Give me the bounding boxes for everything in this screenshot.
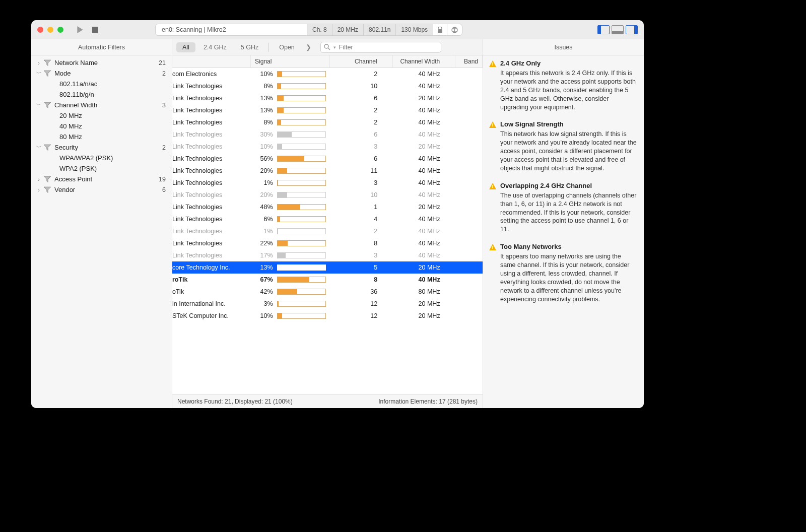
table-row[interactable]: Link Technologies8%1040 MHz: [172, 80, 483, 92]
issue-item[interactable]: Too Many NetworksIt appears too many net…: [489, 243, 638, 303]
column-header[interactable]: Band: [455, 55, 483, 68]
warning-icon: [489, 183, 496, 189]
sidebar-group[interactable]: ›Vendor6: [31, 184, 172, 195]
column-header[interactable]: Signal: [251, 55, 330, 68]
cell-channel: 4: [330, 213, 392, 225]
sidebar-item[interactable]: WPA/WPA2 (PSK): [31, 153, 172, 163]
sidebar-item[interactable]: 80 MHz: [31, 131, 172, 142]
table-row[interactable]: Link Technologies13%240 MHz: [172, 104, 483, 116]
sidebar-group[interactable]: ﹀Security2: [31, 142, 172, 153]
disclosure-icon[interactable]: ›: [35, 187, 42, 193]
table-row[interactable]: oTik42%3680 MHz: [172, 286, 483, 298]
table-row[interactable]: STeK Computer Inc.10%1220 MHz: [172, 310, 483, 322]
cell-width: 40 MHz: [392, 128, 455, 141]
cell-vendor: Link Technologies: [172, 165, 251, 177]
cell-signal: 13%: [251, 261, 330, 274]
issues-header: Issues: [483, 39, 644, 55]
table-row[interactable]: Link Technologies8%240 MHz: [172, 116, 483, 128]
column-header[interactable]: Channel Width: [392, 55, 455, 68]
warning-icon: [489, 121, 496, 128]
play-icon[interactable]: [75, 24, 86, 35]
cell-signal: 13%: [251, 92, 330, 104]
close-window-button[interactable]: [37, 27, 43, 33]
sidebar: Automatic Filters ›Network Name21﹀Mode28…: [31, 39, 172, 408]
minimize-window-button[interactable]: [47, 27, 53, 33]
search-field[interactable]: [339, 44, 438, 51]
sidebar-item[interactable]: WPA2 (PSK): [31, 163, 172, 174]
stop-icon[interactable]: [90, 24, 101, 35]
table-row[interactable]: Link Technologies30%640 MHz: [172, 128, 483, 141]
sidebar-group[interactable]: ›Access Point19: [31, 174, 172, 184]
toggle-left-panel-button[interactable]: [597, 25, 610, 34]
issue-item[interactable]: Low Signal StrengthThis network has low …: [489, 120, 638, 172]
table-row[interactable]: Link Technologies48%120 MHz: [172, 201, 483, 213]
sidebar-item[interactable]: 802.11b/g/n: [31, 89, 172, 100]
filter-tab[interactable]: 2.4 GHz: [197, 42, 233, 52]
cell-band: [455, 177, 483, 189]
sidebar-item[interactable]: 802.11a/n/ac: [31, 79, 172, 89]
cell-width: 20 MHz: [392, 310, 455, 322]
filter-tab-open[interactable]: Open: [273, 42, 301, 52]
disclosure-icon[interactable]: ›: [35, 60, 42, 66]
filter-tab[interactable]: 5 GHz: [235, 42, 264, 52]
sidebar-group[interactable]: ›Network Name21: [31, 57, 172, 68]
disclosure-icon[interactable]: ›: [35, 176, 42, 182]
table-row[interactable]: core Technology Inc.13%520 MHz: [172, 261, 483, 274]
search-input[interactable]: ▾: [320, 42, 441, 53]
table-row[interactable]: Link Technologies1%240 MHz: [172, 225, 483, 237]
cell-width: 40 MHz: [392, 237, 455, 249]
sidebar-group[interactable]: ﹀Mode2: [31, 68, 172, 79]
toggle-right-panel-button[interactable]: [626, 25, 638, 34]
cell-signal: 3%: [251, 298, 330, 310]
column-header[interactable]: [172, 55, 251, 68]
table-row[interactable]: roTik67%840 MHz: [172, 274, 483, 286]
table-row[interactable]: Link Technologies22%840 MHz: [172, 237, 483, 249]
sidebar-item[interactable]: 40 MHz: [31, 121, 172, 131]
table-row[interactable]: Link Technologies10%320 MHz: [172, 141, 483, 153]
filter-tab[interactable]: All: [176, 42, 195, 52]
funnel-icon: [43, 144, 51, 151]
chevron-down-icon[interactable]: ▾: [333, 45, 336, 50]
table-row[interactable]: Link Technologies20%1040 MHz: [172, 189, 483, 201]
cell-band: [455, 116, 483, 128]
cell-width: 40 MHz: [392, 80, 455, 92]
column-header[interactable]: Channel: [330, 55, 392, 68]
table-row[interactable]: Link Technologies1%340 MHz: [172, 177, 483, 189]
zoom-window-button[interactable]: [57, 27, 63, 33]
cell-band: [455, 298, 483, 310]
cell-signal: 56%: [251, 153, 330, 165]
table-row[interactable]: Link Technologies13%620 MHz: [172, 92, 483, 104]
cell-vendor: STeK Computer Inc.: [172, 310, 251, 322]
issue-title: Too Many Networks: [500, 243, 562, 250]
issues-list: 2.4 GHz OnlyIt appears this network is 2…: [483, 55, 644, 408]
table-row[interactable]: Link Technologies17%340 MHz: [172, 249, 483, 261]
table-row[interactable]: Link Technologies56%640 MHz: [172, 153, 483, 165]
cell-band: [455, 261, 483, 274]
table-row[interactable]: Link Technologies6%440 MHz: [172, 213, 483, 225]
issue-description: It appears this network is 2.4 GHz only.…: [489, 69, 638, 111]
cell-signal: 22%: [251, 237, 330, 249]
toggle-bottom-panel-button[interactable]: [612, 25, 624, 34]
sidebar-group[interactable]: ﹀Channel Width3: [31, 100, 172, 110]
disclosure-icon[interactable]: ﹀: [35, 70, 42, 77]
status-chip: 802.11n: [363, 24, 395, 35]
cell-vendor: oTik: [172, 286, 251, 298]
disclosure-icon[interactable]: ﹀: [35, 101, 42, 109]
cell-signal: 10%: [251, 141, 330, 153]
lock-icon: [433, 24, 447, 35]
table-row[interactable]: in International Inc.3%1220 MHz: [172, 298, 483, 310]
issue-item[interactable]: 2.4 GHz OnlyIt appears this network is 2…: [489, 59, 638, 111]
disclosure-icon[interactable]: ﹀: [35, 144, 42, 151]
cell-vendor: roTik: [172, 274, 251, 286]
issue-item[interactable]: Overlapping 2.4 GHz ChannelThe use of ov…: [489, 182, 638, 234]
table-row[interactable]: com Electronics10%240 MHz: [172, 68, 483, 80]
cell-vendor: Link Technologies: [172, 141, 251, 153]
funnel-icon: [43, 102, 51, 109]
network-table[interactable]: SignalChannelChannel WidthBand com Elect…: [172, 55, 483, 394]
cell-width: 40 MHz: [392, 213, 455, 225]
table-row[interactable]: Link Technologies20%1140 MHz: [172, 165, 483, 177]
cell-band: [455, 189, 483, 201]
cell-band: [455, 213, 483, 225]
sidebar-item[interactable]: 20 MHz: [31, 110, 172, 121]
chevron-right-icon[interactable]: ❯: [303, 43, 314, 51]
